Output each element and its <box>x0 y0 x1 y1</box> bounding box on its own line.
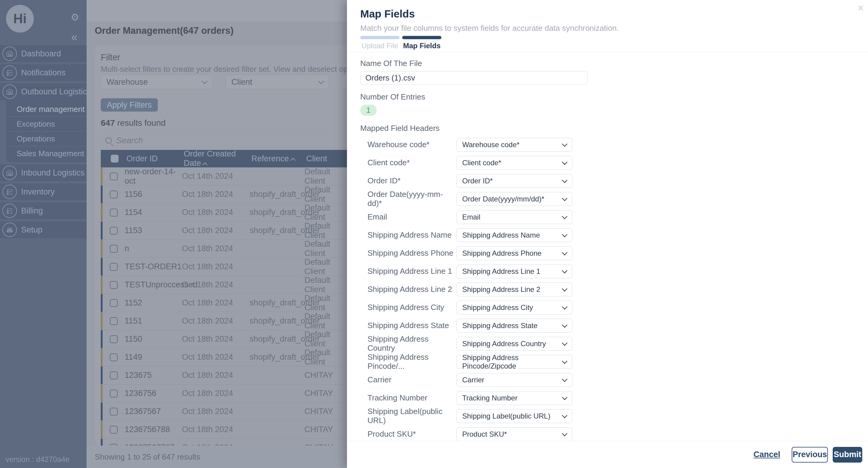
row-checkbox[interactable] <box>110 390 118 397</box>
mapped-field-select[interactable]: Shipping Address City <box>457 301 572 314</box>
gear-icon[interactable]: ⚙ <box>71 11 79 23</box>
cell-client: Default Client <box>304 294 347 312</box>
row-checkbox[interactable] <box>110 172 118 180</box>
column-reference[interactable]: Reference <box>251 154 306 163</box>
column-client[interactable]: Client <box>306 154 349 163</box>
conveyor-icon <box>2 223 17 237</box>
cell-client: Default Client <box>304 221 347 240</box>
chevron-down-icon <box>562 268 567 273</box>
sidebar-item-exceptions[interactable]: Exceptions <box>6 117 87 131</box>
chevron-down-icon <box>562 394 567 400</box>
row-checkbox[interactable] <box>110 299 118 307</box>
mapped-field-select[interactable]: Shipping Address Name <box>457 228 572 242</box>
mapped-field-select[interactable]: Shipping Address Country <box>457 337 572 351</box>
sidebar-item-inventory[interactable]: Inventory <box>0 183 87 200</box>
warehouse-filter-select[interactable]: Warehouse <box>101 75 212 89</box>
select-all-checkbox[interactable] <box>111 155 119 163</box>
row-checkbox[interactable] <box>110 227 118 235</box>
sidebar-item-operations[interactable]: Operations <box>6 131 87 146</box>
row-checkbox[interactable] <box>110 354 118 361</box>
sidebar-item-label: Inbound Logistics <box>21 168 85 178</box>
mapped-field-value: Carrier <box>462 376 484 384</box>
mapped-field-select[interactable]: Product SKU* <box>457 427 572 441</box>
submit-button[interactable]: Submit <box>833 447 862 463</box>
cell-order-created-date: Oct 18th 2024 <box>182 371 249 380</box>
row-checkbox[interactable] <box>110 281 118 289</box>
cell-reference: shopify_draft_order <box>249 298 304 308</box>
step-map-fields[interactable]: Map Fields <box>402 36 441 50</box>
sidebar-item-label: Dashboard <box>21 49 61 59</box>
results-count-number: 647 <box>101 118 115 128</box>
mapped-field-label: Shipping Address Country <box>360 335 457 353</box>
sidebar-item-notifications[interactable]: Notifications <box>0 64 87 81</box>
column-order-id[interactable]: Order ID <box>126 154 184 163</box>
row-checkbox[interactable] <box>110 335 118 343</box>
sidebar-item-dashboard[interactable]: Dashboard <box>0 45 87 62</box>
step-upload-file[interactable]: Upload File <box>360 36 399 50</box>
checklist-icon <box>2 65 17 80</box>
mapped-field-value: Shipping Address Pincode/Zipcode <box>462 354 563 370</box>
chevron-down-icon <box>562 232 567 237</box>
row-checkbox[interactable] <box>110 408 118 415</box>
chevron-down-icon <box>562 322 567 328</box>
cell-order-id: 1151 <box>125 316 182 326</box>
page-title: Order Management(647 orders) <box>95 25 234 36</box>
mapped-field-value: Order ID* <box>462 177 493 185</box>
column-order-created-date[interactable]: Order Created Date <box>184 149 251 168</box>
sidebar-item-setup[interactable]: Setup <box>0 221 87 238</box>
modal-body[interactable]: Name Of The File Number Of Entries 1 Map… <box>347 52 868 441</box>
apply-filters-button[interactable]: Apply Filters <box>101 98 158 111</box>
cell-client: CHITAY <box>304 425 347 434</box>
outbound-submenu: Order management Exceptions Operations S… <box>6 100 87 162</box>
mapped-field-select[interactable]: Shipping Address Line 1 <box>457 264 572 278</box>
modal-footer: Cancel Previous Submit <box>347 441 868 468</box>
row-checkbox[interactable] <box>110 426 118 434</box>
sidebar-item-inbound-logistics[interactable]: Inbound Logistics <box>0 164 87 181</box>
close-icon[interactable]: × <box>858 2 864 14</box>
mapped-field-select[interactable]: Client code* <box>457 156 572 170</box>
mapped-field-select[interactable]: Order ID* <box>457 174 572 188</box>
mapped-field-value: Order Date(yyyy/mm/dd)* <box>462 195 544 203</box>
sidebar-collapse-icon[interactable]: « <box>71 31 78 43</box>
row-checkbox[interactable] <box>110 245 118 253</box>
mapped-field-row: Shipping Address StateShipping Address S… <box>360 319 868 333</box>
sidebar-item-billing[interactable]: Billing <box>0 202 87 219</box>
row-checkbox[interactable] <box>110 209 118 216</box>
mapped-field-row: EmailEmail <box>360 210 868 224</box>
mapped-field-select[interactable]: Shipping Address State <box>457 319 572 333</box>
mapped-field-value: Shipping Address State <box>462 322 538 330</box>
mapped-field-select[interactable]: Carrier <box>457 373 572 387</box>
chevron-down-icon <box>562 177 567 183</box>
mapped-field-select[interactable]: Shipping Address Phone <box>457 246 572 260</box>
cancel-button[interactable]: Cancel <box>753 450 780 459</box>
sidebar-item-sales-management[interactable]: Sales Management <box>6 146 87 161</box>
cell-order-created-date: Oct 18th 2024 <box>182 334 249 344</box>
row-checkbox[interactable] <box>110 191 118 198</box>
mapped-field-select[interactable]: Shipping Address Pincode/Zipcode <box>457 355 572 369</box>
sidebar-item-order-management[interactable]: Order management <box>6 102 87 117</box>
previous-button[interactable]: Previous <box>792 447 828 463</box>
client-filter-select[interactable]: Client <box>226 75 329 89</box>
file-name-input[interactable] <box>360 71 588 85</box>
cell-reference: shopify_draft_order <box>249 334 304 344</box>
chevron-down-icon <box>562 304 567 309</box>
app-logo[interactable]: Hi <box>6 5 34 33</box>
row-checkbox[interactable] <box>110 371 118 379</box>
cell-order-id: 123675 <box>125 371 182 380</box>
mapped-field-select[interactable]: Tracking Number <box>457 391 572 405</box>
sidebar-item-outbound-logistics[interactable]: Outbound Logistics <box>0 83 87 100</box>
sidebar: Hi ⚙ « Dashboard Notifications Outbound <box>0 0 87 468</box>
mapped-field-select[interactable]: Order Date(yyyy/mm/dd)* <box>457 192 572 206</box>
mapped-field-select[interactable]: Email <box>457 210 572 224</box>
mapped-field-label: Shipping Address Line 1 <box>360 267 457 276</box>
step-pill <box>360 36 399 39</box>
row-checkbox[interactable] <box>110 317 118 325</box>
search-icon <box>105 137 112 144</box>
mapped-field-label: Order Date(yyyy-mm-dd)* <box>360 190 457 208</box>
cell-reference: shopify_draft_order <box>249 226 304 235</box>
cell-order-id: 1152 <box>125 298 182 308</box>
mapped-field-select[interactable]: Warehouse code* <box>457 138 572 152</box>
mapped-field-select[interactable]: Shipping Label(public URL) <box>457 409 572 423</box>
mapped-field-select[interactable]: Shipping Address Line 2 <box>457 282 572 296</box>
row-checkbox[interactable] <box>110 263 118 271</box>
